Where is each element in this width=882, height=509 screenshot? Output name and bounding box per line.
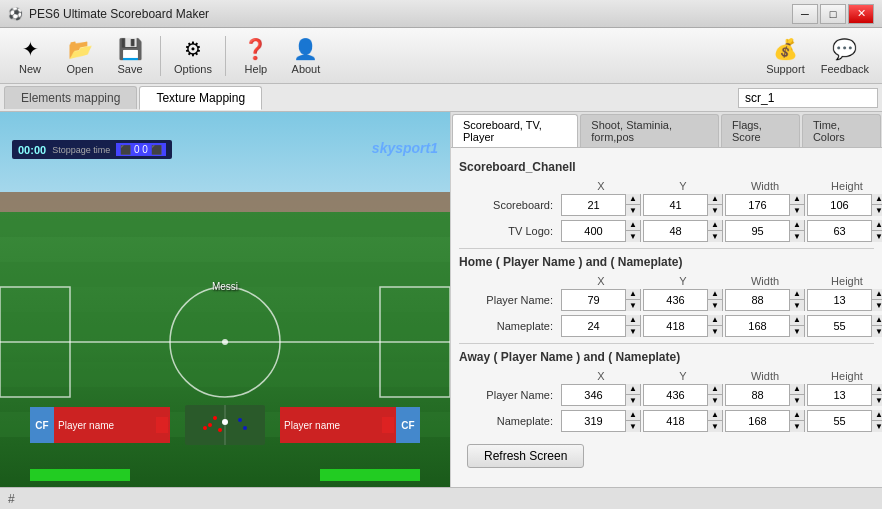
home-np-x-spin[interactable]: ▲▼ <box>561 315 641 337</box>
away-np-x-dn[interactable]: ▼ <box>626 421 640 432</box>
tvlogo-x-down[interactable]: ▼ <box>626 231 640 242</box>
home-pn-x-dn[interactable]: ▼ <box>626 300 640 311</box>
home-pn-w-spin[interactable]: ▲▼ <box>725 289 805 311</box>
home-np-x-dn[interactable]: ▼ <box>626 326 640 337</box>
tvlogo-x-up[interactable]: ▲ <box>626 220 640 231</box>
away-np-w-input[interactable] <box>726 415 789 427</box>
scoreboard-h-up[interactable]: ▲ <box>872 194 882 205</box>
away-pn-w-input[interactable] <box>726 389 789 401</box>
away-pn-w-spin[interactable]: ▲▼ <box>725 384 805 406</box>
tvlogo-h-up[interactable]: ▲ <box>872 220 882 231</box>
minimize-button[interactable]: ─ <box>792 4 818 24</box>
away-pn-x-dn[interactable]: ▼ <box>626 395 640 406</box>
home-pn-w-up[interactable]: ▲ <box>790 289 804 300</box>
home-np-x-up[interactable]: ▲ <box>626 315 640 326</box>
away-pn-x-spin[interactable]: ▲▼ <box>561 384 641 406</box>
scoreboard-x-down[interactable]: ▼ <box>626 205 640 216</box>
tvlogo-y-down[interactable]: ▼ <box>708 231 722 242</box>
away-pn-h-input[interactable] <box>808 389 871 401</box>
home-pn-y-up[interactable]: ▲ <box>708 289 722 300</box>
away-np-h-dn[interactable]: ▼ <box>872 421 882 432</box>
tab-texture-mapping[interactable]: Texture Mapping <box>139 86 262 110</box>
away-pn-y-spin[interactable]: ▲▼ <box>643 384 723 406</box>
scoreboard-h-spin[interactable]: ▲ ▼ <box>807 194 882 216</box>
about-button[interactable]: 👤 About <box>282 32 330 80</box>
scoreboard-w-spin[interactable]: ▲ ▼ <box>725 194 805 216</box>
tab-elements-mapping[interactable]: Elements mapping <box>4 86 137 109</box>
away-np-x-up[interactable]: ▲ <box>626 410 640 421</box>
home-pn-h-dn[interactable]: ▼ <box>872 300 882 311</box>
scr-input[interactable] <box>738 88 878 108</box>
home-pn-h-spin[interactable]: ▲▼ <box>807 289 882 311</box>
away-np-h-up[interactable]: ▲ <box>872 410 882 421</box>
tvlogo-w-spin[interactable]: ▲ ▼ <box>725 220 805 242</box>
home-pn-h-input[interactable] <box>808 294 871 306</box>
tvlogo-h-input[interactable] <box>808 225 871 237</box>
options-button[interactable]: ⚙ Options <box>167 32 219 80</box>
home-np-h-up[interactable]: ▲ <box>872 315 882 326</box>
support-button[interactable]: 💰 Support <box>759 32 812 80</box>
away-pn-x-input[interactable] <box>562 389 625 401</box>
away-np-x-spin[interactable]: ▲▼ <box>561 410 641 432</box>
home-pn-x-input[interactable] <box>562 294 625 306</box>
away-pn-y-up[interactable]: ▲ <box>708 384 722 395</box>
home-np-w-spin[interactable]: ▲▼ <box>725 315 805 337</box>
away-pn-y-dn[interactable]: ▼ <box>708 395 722 406</box>
scoreboard-y-up[interactable]: ▲ <box>708 194 722 205</box>
away-np-h-spin[interactable]: ▲▼ <box>807 410 882 432</box>
feedback-button[interactable]: 💬 Feedback <box>814 32 876 80</box>
home-np-w-dn[interactable]: ▼ <box>790 326 804 337</box>
away-pn-h-spin[interactable]: ▲▼ <box>807 384 882 406</box>
maximize-button[interactable]: □ <box>820 4 846 24</box>
away-pn-w-up[interactable]: ▲ <box>790 384 804 395</box>
home-pn-y-input[interactable] <box>644 294 707 306</box>
sub-tab-flags[interactable]: Flags, Score <box>721 114 800 147</box>
home-pn-x-up[interactable]: ▲ <box>626 289 640 300</box>
away-np-h-input[interactable] <box>808 415 871 427</box>
scoreboard-y-spin[interactable]: ▲ ▼ <box>643 194 723 216</box>
sub-tab-shoot[interactable]: Shoot, Staminia, form,pos <box>580 114 719 147</box>
refresh-screen-button[interactable]: Refresh Screen <box>467 444 584 468</box>
home-pn-y-dn[interactable]: ▼ <box>708 300 722 311</box>
home-np-y-spin[interactable]: ▲▼ <box>643 315 723 337</box>
home-np-x-input[interactable] <box>562 320 625 332</box>
away-pn-h-up[interactable]: ▲ <box>872 384 882 395</box>
home-pn-x-spin[interactable]: ▲▼ <box>561 289 641 311</box>
away-pn-x-up[interactable]: ▲ <box>626 384 640 395</box>
scoreboard-y-input[interactable] <box>644 199 707 211</box>
home-np-w-input[interactable] <box>726 320 789 332</box>
away-np-w-dn[interactable]: ▼ <box>790 421 804 432</box>
home-np-y-dn[interactable]: ▼ <box>708 326 722 337</box>
away-pn-y-input[interactable] <box>644 389 707 401</box>
scoreboard-x-input[interactable] <box>562 199 625 211</box>
away-np-y-spin[interactable]: ▲▼ <box>643 410 723 432</box>
scoreboard-x-up[interactable]: ▲ <box>626 194 640 205</box>
home-np-y-up[interactable]: ▲ <box>708 315 722 326</box>
sub-tab-scoreboard[interactable]: Scoreboard, TV, Player <box>452 114 578 147</box>
close-button[interactable]: ✕ <box>848 4 874 24</box>
help-button[interactable]: ❓ Help <box>232 32 280 80</box>
scoreboard-h-down[interactable]: ▼ <box>872 205 882 216</box>
tvlogo-w-input[interactable] <box>726 225 789 237</box>
tvlogo-x-spin[interactable]: ▲ ▼ <box>561 220 641 242</box>
away-np-w-up[interactable]: ▲ <box>790 410 804 421</box>
tvlogo-h-spin[interactable]: ▲ ▼ <box>807 220 882 242</box>
away-np-y-dn[interactable]: ▼ <box>708 421 722 432</box>
home-np-h-spin[interactable]: ▲▼ <box>807 315 882 337</box>
open-button[interactable]: 📂 Open <box>56 32 104 80</box>
home-pn-w-input[interactable] <box>726 294 789 306</box>
home-np-y-input[interactable] <box>644 320 707 332</box>
home-pn-y-spin[interactable]: ▲▼ <box>643 289 723 311</box>
away-np-w-spin[interactable]: ▲▼ <box>725 410 805 432</box>
scoreboard-w-down[interactable]: ▼ <box>790 205 804 216</box>
tvlogo-w-up[interactable]: ▲ <box>790 220 804 231</box>
sub-tab-time[interactable]: Time, Colors <box>802 114 881 147</box>
home-pn-w-dn[interactable]: ▼ <box>790 300 804 311</box>
save-button[interactable]: 💾 Save <box>106 32 154 80</box>
tvlogo-y-spin[interactable]: ▲ ▼ <box>643 220 723 242</box>
home-np-w-up[interactable]: ▲ <box>790 315 804 326</box>
tvlogo-w-down[interactable]: ▼ <box>790 231 804 242</box>
away-np-y-input[interactable] <box>644 415 707 427</box>
away-np-y-up[interactable]: ▲ <box>708 410 722 421</box>
away-np-x-input[interactable] <box>562 415 625 427</box>
